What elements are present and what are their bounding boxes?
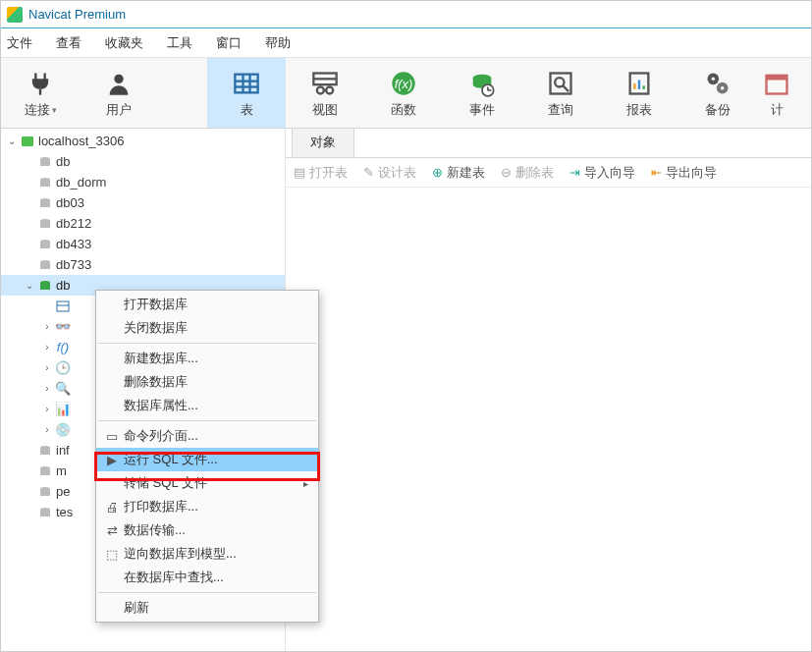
new-table-button[interactable]: ⊕新建表 [432, 164, 485, 182]
function-icon: f() [54, 340, 72, 354]
svg-point-9 [317, 86, 324, 93]
export-wizard-button[interactable]: ⇤导出向导 [651, 164, 717, 182]
report-icon: 📊 [54, 402, 72, 416]
ctx-database-properties[interactable]: 数据库属性... [96, 394, 318, 417]
export-icon: ⇤ [651, 165, 662, 180]
open-table-button[interactable]: ▤打开表 [294, 164, 348, 182]
svg-rect-53 [40, 489, 50, 496]
toolbar-connection[interactable]: 连接▾ [1, 58, 80, 128]
ctx-print-database[interactable]: 🖨打印数据库... [96, 495, 318, 518]
expand-icon[interactable]: › [40, 362, 54, 373]
design-table-button[interactable]: ✎设计表 [363, 164, 416, 182]
collapse-icon[interactable]: ⌄ [23, 280, 36, 291]
ctx-open-database[interactable]: 打开数据库 [96, 293, 318, 316]
import-icon: ⇥ [569, 165, 580, 180]
object-tabs: 对象 [286, 129, 811, 158]
database-icon [36, 196, 54, 210]
svg-line-20 [563, 85, 568, 91]
tree-db[interactable]: db_dorm [1, 172, 285, 192]
ctx-reverse-to-model[interactable]: ⬚逆向数据库到模型... [96, 542, 318, 566]
svg-point-28 [721, 85, 725, 89]
svg-rect-35 [40, 180, 50, 187]
ctx-close-database[interactable]: 关闭数据库 [96, 316, 318, 340]
ctx-new-database[interactable]: 新建数据库... [96, 347, 318, 370]
report-icon [623, 68, 655, 99]
toolbar-view[interactable]: 视图 [286, 58, 364, 128]
ctx-dump-sql-file[interactable]: 转储 SQL 文件▸ [96, 471, 318, 495]
ctx-run-sql-file[interactable]: ▶运行 SQL 文件... [96, 448, 318, 471]
collapse-icon[interactable]: ⌄ [5, 136, 19, 146]
tab-objects[interactable]: 对象 [292, 128, 354, 157]
database-icon [36, 238, 54, 251]
svg-rect-55 [40, 510, 50, 516]
expand-icon[interactable]: › [40, 383, 54, 394]
menu-help[interactable]: 帮助 [265, 34, 291, 52]
ctx-delete-database[interactable]: 删除数据库 [96, 370, 318, 394]
content-pane: 对象 ▤打开表 ✎设计表 ⊕新建表 ⊖删除表 ⇥导入向导 ⇤导出向导 [286, 129, 811, 651]
database-open-icon [36, 279, 54, 293]
svg-rect-41 [40, 242, 50, 248]
svg-rect-46 [57, 301, 69, 311]
ctx-refresh[interactable]: 刷新 [96, 596, 318, 620]
menu-favorites[interactable]: 收藏夹 [105, 34, 143, 52]
menu-window[interactable]: 窗口 [216, 34, 242, 52]
svg-rect-39 [40, 221, 50, 228]
menu-file[interactable]: 文件 [7, 34, 32, 52]
expand-icon[interactable]: › [40, 342, 54, 353]
database-icon [36, 444, 54, 458]
table-icon [231, 68, 262, 99]
svg-rect-43 [40, 262, 50, 269]
svg-rect-45 [40, 283, 50, 290]
import-wizard-button[interactable]: ⇥导入向导 [569, 164, 635, 182]
svg-rect-51 [40, 468, 50, 475]
views-icon: 👓 [54, 319, 72, 334]
menu-view[interactable]: 查看 [56, 34, 81, 52]
menu-tools[interactable]: 工具 [167, 34, 192, 52]
svg-rect-30 [767, 75, 787, 80]
server-icon [19, 135, 36, 148]
toolbar-query[interactable]: 查询 [521, 58, 600, 128]
print-icon: 🖨 [100, 500, 124, 515]
toolbar-report[interactable]: 报表 [600, 58, 678, 128]
backup-icon: 💿 [54, 422, 72, 437]
svg-rect-22 [633, 83, 635, 89]
tree-db[interactable]: db733 [1, 254, 285, 275]
toolbar-schedule[interactable]: 计 [757, 58, 796, 128]
tree-db[interactable]: db433 [1, 234, 285, 254]
database-icon [36, 155, 54, 169]
run-sql-icon: ▶ [100, 453, 124, 467]
ctx-find-in-database[interactable]: 在数据库中查找... [96, 566, 318, 589]
expand-icon[interactable]: › [40, 404, 54, 414]
console-icon: ▭ [100, 429, 124, 444]
svg-rect-31 [22, 136, 33, 146]
database-icon [36, 258, 54, 272]
query-icon [545, 68, 576, 99]
toolbar-table[interactable]: 表 [207, 58, 286, 128]
submenu-arrow-icon: ▸ [303, 478, 308, 489]
open-table-icon: ▤ [294, 165, 305, 180]
tree-db[interactable]: db [1, 151, 285, 172]
toolbar-user[interactable]: 用户 [80, 58, 158, 128]
expand-icon[interactable]: › [40, 321, 54, 332]
svg-rect-49 [40, 448, 50, 455]
toolbar-backup[interactable]: 备份 [678, 58, 757, 128]
plus-icon: ⊕ [432, 165, 443, 180]
toolbar-event[interactable]: 事件 [443, 58, 521, 128]
toolbar-function[interactable]: f(x) 函数 [364, 58, 443, 128]
expand-icon[interactable]: › [40, 424, 54, 435]
database-context-menu: 打开数据库 关闭数据库 新建数据库... 删除数据库 数据库属性... ▭命令列… [95, 290, 319, 623]
tree-connection[interactable]: ⌄ localhost_3306 [1, 131, 285, 151]
ctx-command-line[interactable]: ▭命令列介面... [96, 424, 318, 448]
ctx-data-transfer[interactable]: ⇄数据传输... [96, 518, 318, 542]
tree-db[interactable]: db03 [1, 192, 285, 213]
svg-point-19 [555, 78, 564, 86]
delete-table-button[interactable]: ⊖删除表 [501, 164, 554, 182]
query-icon: 🔍 [54, 381, 72, 396]
tree-db[interactable]: db212 [1, 213, 285, 234]
design-table-icon: ✎ [363, 165, 374, 180]
separator [98, 592, 316, 593]
plug-icon [25, 68, 56, 99]
transfer-icon: ⇄ [100, 523, 124, 538]
svg-rect-37 [40, 200, 50, 207]
database-icon [36, 464, 54, 478]
